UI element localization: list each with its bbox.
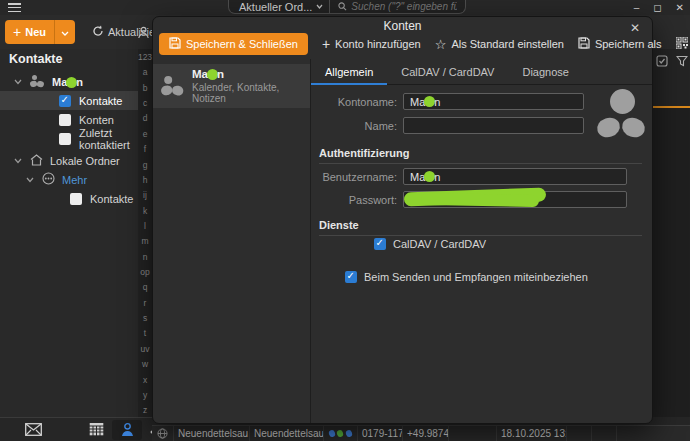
new-button-label: Neu	[25, 26, 54, 38]
account-name: Man	[192, 68, 224, 80]
password-label: Passwort:	[311, 194, 403, 206]
sidebar-account-row[interactable]: Man	[0, 72, 138, 91]
alpha-letter[interactable]: c	[143, 99, 147, 108]
person-icon	[120, 422, 135, 439]
qr-export-button[interactable]: QR Export	[676, 37, 690, 51]
save-icon	[578, 37, 590, 51]
search-box[interactable]	[330, 0, 465, 13]
alpha-letter[interactable]: b	[143, 84, 148, 93]
sidebar-local-folders[interactable]: Lokale Ordner	[0, 151, 138, 170]
chevron-down-icon[interactable]	[14, 79, 22, 85]
sidebar-item-label: Zuletzt kontaktiert	[79, 127, 138, 151]
add-account-label: Konto hinzufügen	[335, 38, 421, 50]
category-blob-green	[336, 429, 344, 438]
tab-caldav-carddav[interactable]: CalDAV / CardDAV	[387, 59, 508, 84]
alpha-letter[interactable]: s	[143, 314, 147, 323]
datetime-cell: 18.10.2025 13:41	[497, 426, 567, 441]
filter-funnel-icon[interactable]	[676, 55, 688, 69]
contact-name-cell: Neuendettelsau Lou	[250, 426, 324, 441]
close-button[interactable]: ✕	[676, 2, 684, 13]
minimize-button[interactable]: –	[634, 2, 640, 13]
hamburger-menu-icon[interactable]	[8, 3, 21, 12]
alpha-letter[interactable]: w	[142, 360, 148, 369]
add-account-button[interactable]: + Konto hinzufügen	[322, 36, 421, 52]
checkbox-unchecked[interactable]	[70, 193, 82, 205]
alpha-letter[interactable]: z	[143, 406, 147, 415]
contacts-group-icon	[161, 76, 185, 97]
chevron-down-icon[interactable]	[26, 177, 34, 183]
category-blob-blue	[328, 429, 336, 438]
tab-allgemein[interactable]: Allgemein	[311, 59, 387, 84]
contacts-nav-button[interactable]	[112, 420, 142, 440]
sidebar-item-label: Kontakte	[90, 193, 133, 205]
alpha-letter[interactable]: uv	[141, 345, 150, 354]
checkbox-unchecked[interactable]	[59, 114, 71, 126]
window-controls: – ◻ ✕	[634, 0, 684, 14]
search-icon	[338, 1, 347, 13]
alpha-letter[interactable]: h	[143, 176, 148, 185]
right-panel-strip	[653, 49, 690, 417]
alpha-letter[interactable]: l	[144, 222, 146, 231]
alpha-letter[interactable]: g	[143, 161, 148, 170]
current-folder-dropdown[interactable]: Aktueller Ord...	[229, 0, 330, 13]
caldav-checkbox-row[interactable]: CalDAV / CardDAV	[374, 238, 486, 250]
alpha-letter[interactable]: f	[144, 145, 146, 154]
alpha-letter[interactable]: a	[143, 68, 148, 77]
name-input[interactable]	[403, 117, 584, 134]
envelope-icon	[25, 423, 42, 438]
services-section-heading: Dienste	[319, 219, 642, 236]
account-name: Man	[52, 76, 83, 88]
checkbox-checked[interactable]	[374, 238, 386, 250]
search-input[interactable]	[351, 1, 457, 12]
globe-icon	[152, 426, 174, 441]
maximize-button[interactable]: ◻	[653, 2, 661, 13]
checkbox-unchecked[interactable]	[59, 133, 71, 145]
calendar-nav-button[interactable]	[81, 420, 111, 440]
save-and-close-label: Speichern & Schließen	[186, 38, 298, 50]
contact-row[interactable]: Neuendettelsau Lou Neuendettelsau Lou 01…	[152, 425, 690, 441]
qr-code-icon	[676, 37, 688, 51]
alpha-letter[interactable]: k	[143, 207, 147, 216]
alpha-letter[interactable]: m	[141, 237, 148, 246]
phone-cell: 0179-1176	[358, 426, 403, 441]
alpha-letter[interactable]: t	[144, 329, 146, 338]
save-and-close-button[interactable]: Speichern & Schließen	[159, 33, 308, 55]
chevron-down-icon[interactable]	[14, 158, 22, 164]
alpha-letter[interactable]: d	[143, 114, 148, 123]
konten-dialog: Konten ✕ Speichern & Schließen + Konto h…	[152, 16, 653, 424]
titlebar: Aktueller Ord... – ◻ ✕	[0, 0, 690, 15]
save-icon	[169, 37, 181, 51]
sidebar-more[interactable]: Mehr	[0, 170, 138, 189]
set-default-button[interactable]: ☆ Als Standard einstellen	[435, 38, 564, 51]
tab-diagnose[interactable]: Diagnose	[508, 59, 582, 84]
alpha-letter[interactable]: r	[144, 299, 147, 308]
sidebar-more-kontakte[interactable]: Kontakte	[0, 189, 138, 208]
alpha-letter[interactable]: ij	[143, 191, 147, 200]
home-icon	[30, 154, 43, 168]
alpha-letter[interactable]: 123	[138, 53, 152, 62]
checkbox-checked[interactable]	[59, 95, 71, 107]
calendar-icon	[89, 422, 104, 438]
account-list-item[interactable]: Man Kalender, Kontakte, Notizen	[153, 64, 310, 108]
alpha-letter[interactable]: e	[143, 130, 148, 139]
account-services: Kalender, Kontakte, Notizen	[192, 82, 302, 104]
alpha-letter[interactable]: n	[143, 253, 148, 262]
person-toolbar-icon[interactable]	[137, 20, 150, 44]
app-window: Aktueller Ord... – ◻ ✕ + Neu Aktualisier…	[0, 0, 690, 441]
chevron-down-icon[interactable]	[55, 26, 75, 38]
username-input[interactable]: Man	[403, 168, 627, 185]
new-button[interactable]: + Neu	[5, 20, 75, 44]
tab-content-allgemein: Kontoname: Man Name: Authentifizierung	[311, 85, 652, 423]
alpha-letter[interactable]: y	[143, 391, 147, 400]
save-as-button[interactable]: Speichern als	[578, 37, 662, 51]
alpha-letter[interactable]: q	[143, 283, 148, 292]
alpha-letter[interactable]: op	[140, 268, 149, 277]
kontoname-input[interactable]: Man	[403, 93, 584, 110]
mail-nav-button[interactable]	[18, 420, 48, 440]
select-checkbox-icon[interactable]	[656, 55, 668, 69]
checkbox-checked[interactable]	[345, 271, 357, 283]
alpha-letter[interactable]: x	[143, 376, 147, 385]
include-checkbox-row[interactable]: Beim Senden und Empfangen miteinbeziehen	[345, 271, 588, 283]
sidebar-item-zuletzt-kontaktiert[interactable]: Zuletzt kontaktiert	[0, 129, 138, 148]
sidebar-item-kontakte[interactable]: Kontakte	[0, 91, 138, 110]
